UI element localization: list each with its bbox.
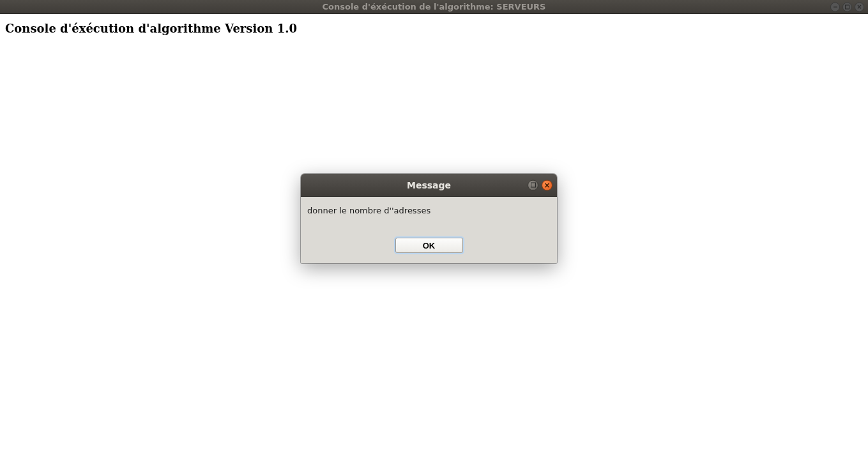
main-window-titlebar: Console d'éxécution de l'algorithme: SER… — [0, 0, 868, 14]
dialog-window-controls — [528, 180, 552, 190]
dialog-close-icon[interactable] — [542, 180, 552, 190]
dialog-titlebar[interactable]: Message — [301, 174, 557, 197]
dialog-footer: OK — [307, 238, 551, 256]
dialog-maximize-icon[interactable] — [528, 180, 538, 190]
console-heading: Console d'éxécution d'algorithme Version… — [5, 22, 863, 35]
console-area: Console d'éxécution d'algorithme Version… — [0, 14, 868, 43]
main-window-title: Console d'éxécution de l'algorithme: SER… — [323, 2, 546, 12]
dialog-body: donner le nombre d''adresses OK — [301, 197, 557, 263]
dialog-message: donner le nombre d''adresses — [307, 206, 551, 238]
message-dialog: Message donner le nombre d''adresses OK — [301, 174, 557, 263]
main-window-controls — [830, 2, 864, 12]
ok-button[interactable]: OK — [395, 238, 463, 253]
minimize-icon[interactable] — [830, 2, 840, 12]
maximize-icon[interactable] — [842, 2, 852, 12]
close-icon[interactable] — [855, 2, 864, 12]
dialog-title: Message — [407, 180, 451, 190]
